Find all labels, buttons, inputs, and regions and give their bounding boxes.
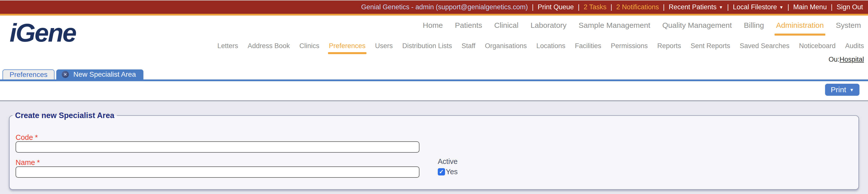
subnav-address-book[interactable]: Address Book — [248, 42, 290, 50]
ou-label: Ou: — [829, 55, 840, 63]
code-label: Code* — [16, 133, 38, 142]
subnav-organisations[interactable]: Organisations — [485, 42, 527, 50]
subnav-locations[interactable]: Locations — [536, 42, 565, 50]
close-icon[interactable]: ✕ — [62, 71, 69, 78]
nav-quality-management[interactable]: Quality Management — [662, 21, 732, 30]
subnav-audits[interactable]: Audits — [845, 42, 864, 50]
tab-label: Preferences — [9, 71, 48, 79]
subnav-distribution-lists[interactable]: Distribution Lists — [402, 42, 452, 50]
caret-down-icon: ▼ — [849, 87, 854, 93]
tab-new-specialist-area[interactable]: ✕ New Specialist Area — [56, 69, 144, 79]
separator: | — [532, 3, 534, 11]
caret-down-icon: ▼ — [719, 5, 723, 10]
recent-patients-dropdown[interactable]: Recent Patients▼ — [669, 3, 723, 11]
caret-down-icon: ▼ — [779, 5, 784, 10]
nav-system[interactable]: System — [836, 21, 861, 30]
separator: | — [831, 3, 833, 11]
active-checkbox[interactable]: ✓ — [438, 168, 445, 176]
igene-logo[interactable]: iGene — [9, 20, 75, 46]
main-menu-link[interactable]: Main Menu — [793, 3, 827, 11]
sub-nav: Letters Address Book Clinics Preferences… — [217, 42, 864, 50]
main-nav: Home Patients Clinical Laboratory Sample… — [423, 21, 861, 30]
active-checkbox-label: Yes — [446, 168, 458, 176]
content-area: Create new Specialist Area Code* Name* A… — [0, 101, 868, 194]
print-button-label: Print — [831, 85, 846, 94]
ou-selector: Ou:Hospital — [829, 55, 864, 64]
local-filestore-label: Local Filestore — [733, 3, 777, 11]
subnav-users[interactable]: Users — [375, 42, 393, 50]
create-specialist-area-panel: Create new Specialist Area Code* Name* A… — [9, 115, 859, 190]
active-label: Active — [438, 157, 458, 166]
active-field-group: Active ✓ Yes — [438, 157, 458, 176]
name-label-text: Name — [16, 158, 35, 166]
subnav-saved-searches[interactable]: Saved Searches — [740, 42, 789, 50]
ou-hospital-link[interactable]: Hospital — [839, 55, 864, 63]
checkmark-icon: ✓ — [439, 168, 444, 175]
notifications-link[interactable]: 2 Notifications — [616, 3, 659, 11]
subnav-preferences[interactable]: Preferences — [329, 42, 366, 50]
tab-underline-strip — [0, 79, 868, 81]
sign-out-link[interactable]: Sign Out — [837, 3, 863, 11]
page: Genial Genetics - admin (support@genialg… — [0, 0, 868, 194]
subnav-letters[interactable]: Letters — [217, 42, 238, 50]
subnav-permissions[interactable]: Permissions — [611, 42, 648, 50]
recent-patients-label: Recent Patients — [669, 3, 717, 11]
required-marker: * — [37, 158, 40, 166]
separator: | — [787, 3, 789, 11]
separator: | — [578, 3, 580, 11]
subnav-facilities[interactable]: Facilities — [575, 42, 601, 50]
subnav-sent-reports[interactable]: Sent Reports — [691, 42, 731, 50]
print-queue-link[interactable]: Print Queue — [538, 3, 574, 11]
nav-patients[interactable]: Patients — [455, 21, 482, 30]
separator: | — [727, 3, 729, 11]
tasks-link[interactable]: 2 Tasks — [584, 3, 607, 11]
nav-clinical[interactable]: Clinical — [494, 21, 519, 30]
tab-label: New Specialist Area — [73, 70, 136, 78]
nav-home[interactable]: Home — [423, 21, 443, 30]
nav-sample-management[interactable]: Sample Management — [579, 21, 650, 30]
subnav-noticeboard[interactable]: Noticeboard — [799, 42, 836, 50]
name-label: Name* — [16, 158, 40, 167]
toolbar: Print ▼ — [0, 81, 868, 100]
separator: | — [663, 3, 664, 11]
topbar: Genial Genetics - admin (support@genialg… — [0, 0, 868, 15]
subnav-staff[interactable]: Staff — [462, 42, 475, 50]
required-marker: * — [35, 133, 38, 141]
tab-preferences[interactable]: Preferences — [2, 69, 55, 79]
tabbar: Preferences ✕ New Specialist Area — [0, 69, 868, 79]
nav-administration[interactable]: Administration — [776, 21, 824, 30]
name-input[interactable] — [16, 166, 420, 178]
separator: | — [611, 3, 612, 11]
subnav-clinics[interactable]: Clinics — [299, 42, 319, 50]
topbar-user-info: Genial Genetics - admin (support@genialg… — [361, 3, 528, 11]
code-label-text: Code — [16, 133, 33, 141]
nav-laboratory[interactable]: Laboratory — [530, 21, 566, 30]
subnav-reports[interactable]: Reports — [657, 42, 681, 50]
header: iGene Home Patients Clinical Laboratory … — [0, 15, 868, 69]
local-filestore-dropdown[interactable]: Local Filestore▼ — [733, 3, 783, 11]
print-button[interactable]: Print ▼ — [825, 84, 860, 96]
nav-billing[interactable]: Billing — [744, 21, 764, 30]
panel-legend: Create new Specialist Area — [12, 111, 117, 121]
code-input[interactable] — [16, 141, 420, 153]
